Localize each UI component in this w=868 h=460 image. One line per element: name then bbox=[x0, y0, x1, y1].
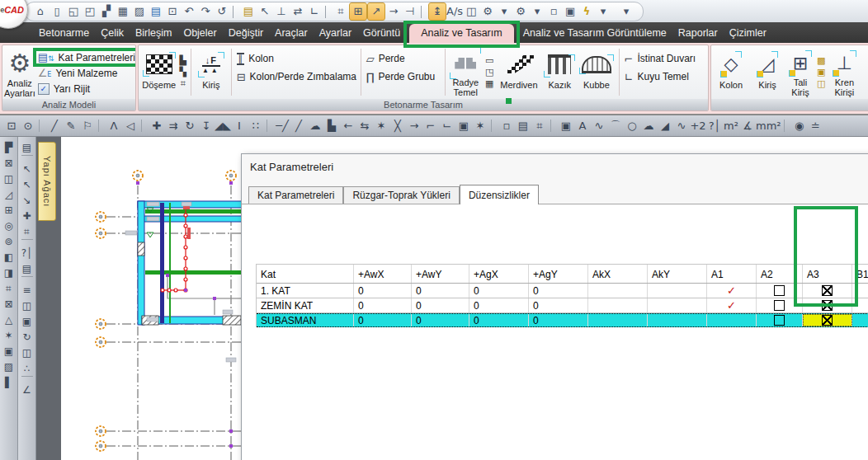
table-cell[interactable] bbox=[648, 298, 707, 312]
mm2-icon[interactable]: mm² bbox=[756, 118, 781, 134]
select-cursor-icon[interactable]: ↖ bbox=[20, 161, 35, 176]
radye-small-icon-3[interactable]: ▦ bbox=[485, 79, 493, 89]
checkbox-checked-icon[interactable] bbox=[822, 315, 833, 326]
menu-item[interactable]: Analiz ve Tasarım Görüntüleme bbox=[517, 24, 672, 43]
split-icon[interactable]: ✶ bbox=[373, 118, 389, 134]
column-header[interactable]: +AgX bbox=[469, 265, 529, 283]
kat-parametreleri-button[interactable]: ▤⇅ Kat Parametreleri bbox=[35, 49, 136, 65]
checkbox-empty-icon[interactable] bbox=[774, 285, 785, 296]
table-cell[interactable]: 0 bbox=[354, 284, 412, 298]
insert-node-icon[interactable]: → bbox=[406, 118, 422, 134]
open-file-icon[interactable]: ◱ bbox=[65, 3, 82, 20]
table-cell[interactable] bbox=[757, 284, 803, 298]
table-cell[interactable] bbox=[648, 314, 707, 326]
table-cell[interactable]: 0 bbox=[529, 284, 588, 298]
menu-item[interactable]: Değiştir bbox=[223, 24, 269, 43]
menu-item[interactable]: Birleşim bbox=[130, 24, 177, 43]
parallel-move-icon[interactable]: ⇄ bbox=[290, 3, 306, 20]
reselect-cursor-icon[interactable]: ↘ bbox=[20, 192, 35, 208]
menu-item[interactable]: Çizimler bbox=[724, 24, 772, 43]
layers-icon[interactable]: ≡ bbox=[20, 282, 35, 298]
menu-item[interactable]: Araçlar bbox=[269, 24, 314, 43]
merdiven-button[interactable]: Merdiven bbox=[496, 47, 543, 97]
grid-snap-icon[interactable]: ⌗ bbox=[333, 3, 349, 20]
pen-icon[interactable]: ✎ bbox=[63, 118, 79, 134]
home-icon[interactable]: ⌂ bbox=[32, 3, 49, 20]
ortho-icon[interactable]: ⊥ bbox=[273, 3, 290, 20]
render-settings-icon[interactable]: ⚙ bbox=[479, 3, 496, 20]
table-cell[interactable] bbox=[588, 314, 648, 326]
dialog-tab[interactable]: Düzensizlikler bbox=[460, 185, 539, 204]
column-header[interactable]: Kat bbox=[257, 265, 354, 283]
table-cell[interactable] bbox=[803, 284, 852, 298]
deselect-cursor-icon[interactable]: ↖ bbox=[20, 176, 35, 192]
grid-tool-icon[interactable]: ⌗ bbox=[2, 280, 17, 296]
dropdown-icon[interactable]: ▾ bbox=[496, 3, 512, 20]
kuyu-temel-button[interactable]: ∟ Kuyu Temel bbox=[622, 68, 706, 86]
column-header[interactable]: +AgY bbox=[529, 265, 588, 283]
checked-checkbox-icon[interactable]: ✓ bbox=[38, 83, 50, 95]
column-header[interactable]: +AwY bbox=[412, 265, 469, 283]
step-copy-icon[interactable]: ◫ bbox=[20, 345, 35, 360]
menu-item[interactable]: Betonarme bbox=[33, 24, 95, 43]
polyline-icon[interactable]: ∿ bbox=[591, 118, 607, 134]
tag-icon[interactable]: ⚐ bbox=[79, 118, 96, 134]
beam-tool-icon[interactable]: ◿ bbox=[2, 186, 17, 202]
protractor-icon[interactable]: Λ bbox=[106, 118, 122, 134]
table-cell[interactable]: 0 bbox=[354, 298, 412, 312]
report-icon[interactable]: ▤ bbox=[20, 261, 35, 276]
frame-icon[interactable]: ▛ bbox=[2, 139, 17, 155]
array-icon[interactable]: ∷ bbox=[248, 118, 264, 134]
menu-item[interactable]: Ayarlar bbox=[314, 24, 357, 43]
menu-item[interactable]: Görüntü bbox=[357, 24, 406, 43]
magic-wand-icon[interactable]: ✶ bbox=[472, 118, 488, 134]
tali-small-icon-3[interactable]: ◫ bbox=[817, 79, 825, 89]
table-cell[interactable] bbox=[803, 298, 852, 312]
array-copy-icon[interactable]: ∴ bbox=[20, 360, 35, 376]
kazik-button[interactable]: Kazık bbox=[542, 47, 577, 97]
table-cell[interactable]: 0 bbox=[354, 314, 412, 326]
column-header[interactable]: +AwX bbox=[354, 265, 412, 283]
hatch-icon[interactable]: ▨ bbox=[131, 3, 148, 20]
chart-icon[interactable]: ▙ bbox=[323, 118, 340, 134]
yari-rijit-checkbox[interactable]: ✓ Yarı Rijit bbox=[35, 82, 136, 97]
dialog-tab[interactable]: Rüzgar-Toprak Yükleri bbox=[343, 186, 460, 204]
mirror-icon[interactable]: ◢◣ bbox=[215, 118, 231, 134]
table-cell[interactable] bbox=[648, 284, 707, 298]
query-icon[interactable]: ?│ bbox=[706, 118, 723, 134]
table-cell[interactable]: 1. KAT bbox=[257, 284, 354, 298]
pick-box-icon[interactable]: ▣ bbox=[2, 343, 17, 359]
panel-icon[interactable]: ◫ bbox=[463, 3, 479, 20]
table-cell[interactable] bbox=[757, 298, 803, 312]
slope-icon[interactable]: ∠ bbox=[20, 382, 35, 397]
undo-view-icon[interactable]: ↺ bbox=[214, 3, 230, 20]
dropdown-icon[interactable]: ▾ bbox=[595, 3, 611, 20]
track-snap-icon[interactable]: ↗ bbox=[367, 2, 385, 21]
radye-small-icon-2[interactable]: ◳ bbox=[485, 68, 493, 77]
corner-icon[interactable]: ∟ bbox=[306, 3, 323, 20]
tali-small-icon-2[interactable]: ▣ bbox=[817, 68, 825, 77]
column-header[interactable]: B1 bbox=[852, 265, 868, 283]
table-cell[interactable]: ✓ bbox=[707, 284, 757, 298]
viewport-icon[interactable]: ▦ bbox=[115, 3, 131, 20]
dim-snap-icon[interactable]: ↨ bbox=[428, 2, 446, 21]
table-cell[interactable]: ✓ bbox=[707, 298, 757, 312]
column-header[interactable]: A1 bbox=[707, 265, 757, 283]
kolon-perde-zimbalama-button[interactable]: ⊟ Kolon/Perde Zımbalama bbox=[234, 68, 358, 86]
yeni-malzeme-button[interactable]: ∠E Yeni Malzeme bbox=[35, 65, 136, 81]
image-icon[interactable]: ▣ bbox=[558, 118, 574, 134]
checkbox-empty-icon[interactable] bbox=[774, 315, 785, 326]
slab-small-icon-2[interactable]: ▚ bbox=[180, 68, 186, 77]
table-row[interactable]: SUBASMAN0000 bbox=[257, 313, 868, 327]
list-icon[interactable]: ▤ bbox=[20, 139, 35, 155]
new-file-icon[interactable]: ▯ bbox=[49, 3, 65, 20]
table-cell[interactable] bbox=[852, 284, 868, 298]
dialog-tab[interactable]: Kat Parametreleri bbox=[248, 186, 343, 204]
menu-item[interactable]: Objeler bbox=[177, 24, 222, 43]
fillet-icon[interactable]: ⌐ bbox=[422, 118, 439, 134]
table-cell[interactable]: ZEMİN KAT bbox=[257, 298, 354, 312]
drop-icon[interactable]: ↧ bbox=[198, 118, 215, 134]
shade-icon[interactable]: ◢ bbox=[657, 118, 673, 134]
perde-button[interactable]: ▱ Perde bbox=[364, 49, 442, 68]
copy-icon[interactable]: ◫ bbox=[20, 298, 35, 313]
